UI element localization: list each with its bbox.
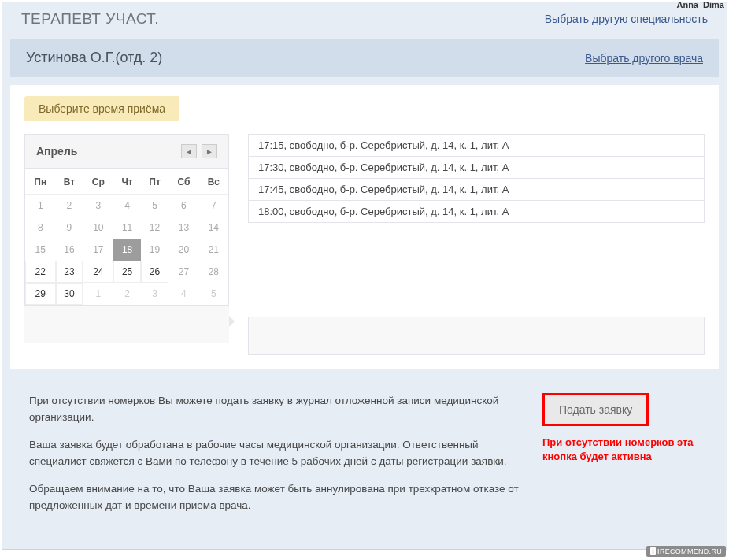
calendar-day: 12 — [141, 217, 168, 239]
change-doctor-link[interactable]: Выбрать другого врача — [585, 52, 703, 65]
calendar-day[interactable]: 23 — [56, 261, 83, 283]
calendar-weekday: Пн — [25, 169, 56, 195]
calendar-day: 3 — [141, 283, 168, 305]
calendar-day: 1 — [25, 195, 56, 217]
change-specialty-link[interactable]: Выбрать другую специальность — [545, 13, 708, 25]
info-paragraph: При отсутствии номерков Вы можете подать… — [29, 393, 519, 426]
calendar-footer — [24, 306, 229, 343]
irecommend-badge: iIRECOMMEND.RU — [646, 546, 726, 557]
main-panel: ТЕРАПЕВТ УЧАСТ. Выбрать другую специальн… — [2, 2, 727, 550]
calendar-day[interactable]: 25 — [113, 261, 141, 283]
calendar-day: 5 — [199, 283, 228, 305]
calendar-day: 21 — [199, 239, 228, 261]
calendar-day: 14 — [199, 217, 228, 239]
calendar-day: 1 — [83, 283, 113, 305]
calendar-day[interactable]: 22 — [25, 261, 56, 283]
calendar-panel: Апрель ◄ ► ПнВтСрЧтПтСбВс 12345678910111… — [24, 134, 229, 355]
info-text: При отсутствии номерков Вы можете подать… — [29, 393, 519, 525]
calendar-day: 2 — [113, 283, 141, 305]
time-slot[interactable]: 17:45, свободно, б-р. Серебристый, д. 14… — [249, 179, 704, 201]
calendar-weekday: Сб — [168, 169, 199, 195]
calendar-next-button[interactable]: ► — [202, 144, 217, 158]
calendar-day: 17 — [83, 239, 113, 261]
calendar-day[interactable]: 26 — [141, 261, 168, 283]
time-slot[interactable]: 17:30, свободно, б-р. Серебристый, д. 14… — [249, 157, 704, 179]
info-paragraph: Ваша заявка будет обработана в рабочие ч… — [29, 437, 519, 470]
doctor-name: Устинова О.Г.(отд. 2) — [26, 50, 162, 66]
calendar-day: 10 — [83, 217, 113, 239]
slots-panel: 17:15, свободно, б-р. Серебристый, д. 14… — [248, 134, 705, 355]
calendar-day: 6 — [168, 195, 199, 217]
time-slot[interactable]: 17:15, свободно, б-р. Серебристый, д. 14… — [249, 135, 704, 157]
calendar-day: 27 — [168, 261, 199, 283]
calendar-day: 8 — [25, 217, 56, 239]
calendar-day: 5 — [141, 195, 168, 217]
calendar-day[interactable]: 30 — [56, 283, 83, 305]
slots-footer — [248, 317, 705, 355]
calendar-day[interactable]: 24 — [83, 261, 113, 283]
calendar-month: Апрель — [36, 145, 77, 158]
submit-request-button[interactable]: Подать заявку — [542, 393, 649, 426]
select-time-label: Выберите время приёма — [24, 96, 179, 121]
calendar-day: 28 — [199, 261, 228, 283]
calendar-grid: ПнВтСрЧтПтСбВс 1234567891011121314151617… — [25, 169, 228, 305]
calendar-day: 4 — [168, 283, 199, 305]
calendar-day: 9 — [56, 217, 83, 239]
red-annotation: При отсутствии номерков эта кнопка будет… — [542, 436, 700, 464]
calendar-weekday: Вт — [56, 169, 83, 195]
calendar-day[interactable]: 29 — [25, 283, 56, 305]
calendar-day: 16 — [56, 239, 83, 261]
calendar-day: 13 — [168, 217, 199, 239]
calendar-day: 11 — [113, 217, 141, 239]
slots-list: 17:15, свободно, б-р. Серебристый, д. 14… — [248, 134, 705, 223]
calendar-weekday: Вс — [199, 169, 228, 195]
info-box: При отсутствии номерков Вы можете подать… — [10, 377, 719, 541]
calendar-day: 20 — [168, 239, 199, 261]
calendar-weekday: Чт — [113, 169, 141, 195]
specialty-title: ТЕРАПЕВТ УЧАСТ. — [21, 10, 159, 28]
calendar-prev-button[interactable]: ◄ — [181, 144, 197, 158]
specialty-header: ТЕРАПЕВТ УЧАСТ. Выбрать другую специальн… — [2, 2, 727, 39]
calendar-day: 7 — [199, 195, 228, 217]
calendar-day: 4 — [113, 195, 141, 217]
calendar-day: 19 — [141, 239, 168, 261]
info-paragraph: Обращаем внимание на то, что Ваша заявка… — [29, 481, 519, 514]
calendar-weekday: Ср — [83, 169, 113, 195]
doctor-header: Устинова О.Г.(отд. 2) Выбрать другого вр… — [10, 39, 719, 77]
calendar-day: 15 — [25, 239, 56, 261]
calendar-day: 3 — [83, 195, 113, 217]
calendar-day[interactable]: 18 — [113, 239, 141, 261]
calendar-weekday: Пт — [141, 169, 168, 195]
calendar-day: 2 — [56, 195, 83, 217]
time-slot[interactable]: 18:00, свободно, б-р. Серебристый, д. 14… — [249, 201, 704, 222]
watermark-text: Anna_Dima — [676, 0, 724, 9]
content-area: Выберите время приёма Апрель ◄ ► ПнВтСрЧ… — [10, 85, 719, 369]
